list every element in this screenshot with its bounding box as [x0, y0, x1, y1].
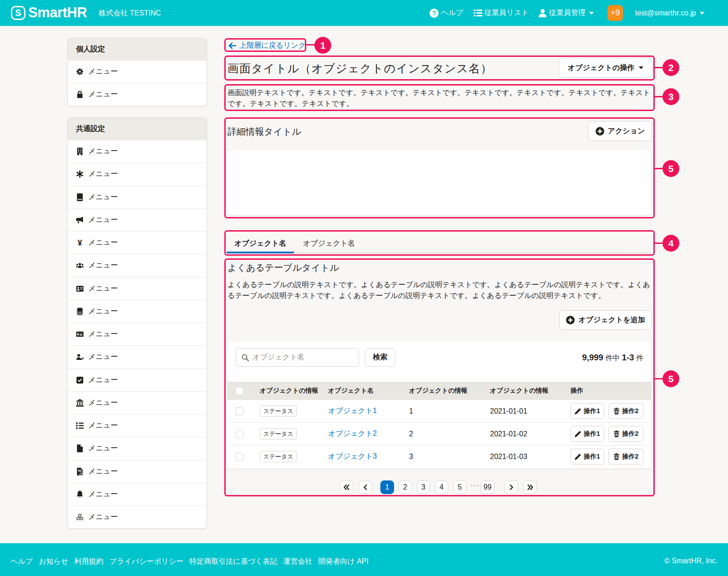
svg-text:?: ?: [432, 10, 436, 17]
svg-text:¥: ¥: [77, 239, 82, 247]
svg-text:$: $: [77, 333, 79, 337]
